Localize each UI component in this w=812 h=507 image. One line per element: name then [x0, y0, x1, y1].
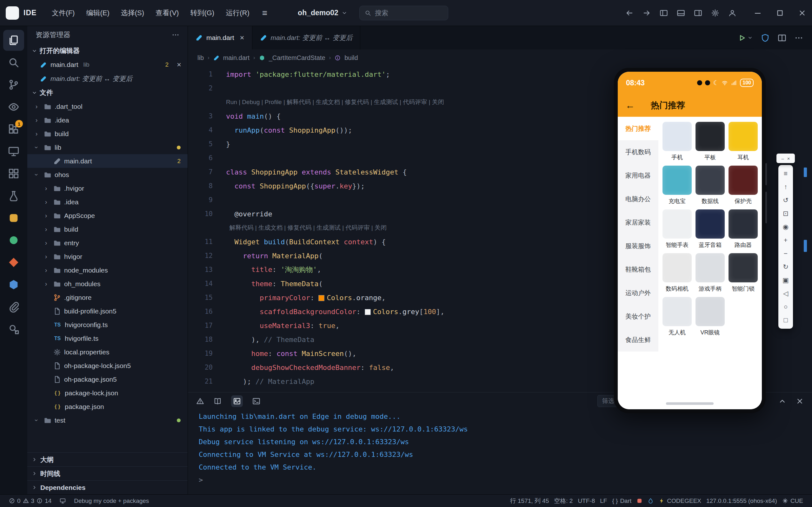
minimize-button[interactable]: [754, 9, 762, 17]
project-selector[interactable]: oh_demo02: [294, 6, 351, 20]
cue-status[interactable]: CUE: [779, 495, 806, 507]
tree-item-build-profile.json5[interactable]: build-profile.json5: [27, 304, 187, 318]
emulator-home-icon[interactable]: ○: [778, 300, 793, 314]
account-icon[interactable]: [728, 9, 737, 17]
tree-item-oh_modules[interactable]: ›oh_modules: [27, 277, 187, 291]
product-card[interactable]: 路由器: [728, 209, 758, 249]
settings-gear-icon[interactable]: [711, 9, 719, 17]
maximize-button[interactable]: [776, 9, 784, 17]
product-card[interactable]: 无人机: [662, 297, 692, 336]
tree-item-build[interactable]: ›build: [27, 127, 187, 140]
close-icon[interactable]: ×: [787, 156, 790, 161]
split-editor-icon[interactable]: [778, 34, 786, 42]
close-window-button[interactable]: [798, 9, 806, 17]
product-card[interactable]: 游戏手柄: [695, 253, 725, 292]
emulator-menu-icon[interactable]: ≡: [778, 167, 793, 180]
encoding[interactable]: UTF-8: [575, 495, 597, 507]
product-card[interactable]: 充电宝: [662, 166, 692, 205]
tree-item-local.properties[interactable]: local.properties: [27, 345, 187, 359]
activity-remote-devices[interactable]: [3, 141, 24, 162]
maximize-panel-icon[interactable]: [778, 397, 786, 405]
category-家居家装[interactable]: 家居家装: [618, 211, 658, 234]
activity-devtools[interactable]: [3, 230, 24, 250]
category-美妆个护[interactable]: 美妆个护: [618, 304, 658, 328]
tree-item-hvigor[interactable]: ›hvigor: [27, 250, 187, 263]
tree-item-oh-package.json5[interactable]: oh-package.json5: [27, 373, 187, 386]
debug-console-icon[interactable]: [231, 395, 243, 407]
product-card[interactable]: 耳机: [728, 122, 758, 161]
close-icon[interactable]: ×: [177, 60, 181, 69]
phone-screen[interactable]: 08:43 ☾ 100 ← 热门推荐 热门推荐手机数码家用电器电脑办公家居家装服…: [618, 72, 762, 409]
menu-item-1[interactable]: 编辑(E): [81, 5, 114, 21]
product-card[interactable]: 蓝牙音箱: [695, 209, 725, 249]
product-card[interactable]: 智能门锁: [728, 253, 758, 292]
tree-item-hvigorfile.ts[interactable]: TShvigorfile.ts: [27, 332, 187, 345]
category-家用电器[interactable]: 家用电器: [618, 164, 658, 187]
eol[interactable]: LF: [597, 495, 609, 507]
product-card[interactable]: 平板: [695, 122, 725, 161]
tab-main-dart[interactable]: main.dart ×: [188, 26, 252, 50]
close-tab-icon[interactable]: ×: [240, 33, 245, 42]
category-手机数码[interactable]: 手机数码: [618, 140, 658, 164]
product-card[interactable]: 保护壳: [728, 166, 758, 205]
toggle-secondary-sidebar-icon[interactable]: [694, 9, 702, 17]
tree-item-package.json[interactable]: { }package.json: [27, 400, 187, 413]
debug-task-status[interactable]: Debug my code + packages: [71, 495, 151, 507]
breadcrumb-item[interactable]: _CartItemCardState: [269, 54, 325, 62]
activity-device-manager[interactable]: [3, 274, 24, 295]
emulator-screenshot-icon[interactable]: ⊡: [778, 207, 793, 220]
activity-hvigor-tool[interactable]: [3, 208, 24, 228]
emulator-rotate-right-icon[interactable]: ↻: [778, 260, 793, 274]
minimize-icon[interactable]: –: [781, 156, 784, 161]
codelens-actions[interactable]: 解释代码 | 生成文档 | 修复代码 | 生成测试 | 代码评审 | 关闭: [213, 224, 387, 232]
tree-item-main.dart[interactable]: main.dart2: [27, 154, 187, 168]
tree-item-.idea[interactable]: ›.idea: [27, 195, 187, 209]
open-editor-item[interactable]: main.dartlib2×: [27, 58, 187, 72]
codelens-actions[interactable]: Run | Debug | Profile | 解释代码 | 生成文档 | 修复…: [213, 98, 444, 106]
tab-diff-main-dart[interactable]: main.dart: 变更前 ↔ 变更后: [252, 26, 361, 50]
nav-back-icon[interactable]: [625, 9, 634, 17]
menu-item-4[interactable]: 转到(G): [185, 5, 219, 21]
menu-item-2[interactable]: 选择(S): [116, 5, 149, 21]
activity-extensions[interactable]: 1: [3, 119, 24, 139]
content-scrollbar[interactable]: [666, 402, 714, 405]
cursor-position[interactable]: 行 1571, 列 45: [507, 495, 552, 507]
activity-source-control[interactable]: [3, 74, 24, 95]
plugin-a-status[interactable]: [634, 495, 645, 507]
toggle-panel-icon[interactable]: [677, 9, 685, 17]
tree-item-AppScope[interactable]: ›AppScope: [27, 209, 187, 222]
plugin-b-status[interactable]: [645, 495, 656, 507]
menu-item-0[interactable]: 文件(F): [47, 5, 80, 21]
tree-item-.idea[interactable]: ›.idea: [27, 113, 187, 127]
cast-status[interactable]: [57, 495, 68, 507]
device-status[interactable]: 127.0.0.1:5555 (ohos-x64): [704, 495, 779, 507]
activity-explorer[interactable]: [3, 30, 24, 51]
emulator-recents-icon[interactable]: □: [778, 314, 793, 327]
problems-status[interactable]: 0 3 14: [6, 495, 54, 507]
hamburger-menu[interactable]: ≡: [257, 8, 273, 18]
category-电脑办公[interactable]: 电脑办公: [618, 187, 658, 211]
codegeex-status[interactable]: CODEGEEX: [656, 495, 704, 507]
emulator-zoom-out-icon[interactable]: −: [778, 247, 793, 260]
category-服装服饰[interactable]: 服装服饰: [618, 234, 658, 258]
tree-item-ohos[interactable]: ›ohos: [27, 168, 187, 181]
section-1[interactable]: 时间线: [27, 466, 187, 481]
activity-preview[interactable]: [3, 97, 24, 117]
tree-item-build[interactable]: ›build: [27, 222, 187, 236]
category-食品生鲜[interactable]: 食品生鲜: [618, 328, 658, 351]
open-editor-item[interactable]: main.dart: 变更前 ↔ 变更后: [27, 72, 187, 86]
tree-item-oh-package-lock.json5[interactable]: oh-package-lock.json5: [27, 359, 187, 373]
more-actions-icon[interactable]: [172, 31, 179, 39]
indentation[interactable]: 空格: 2: [551, 495, 575, 507]
search-input[interactable]: [375, 9, 432, 17]
breadcrumb-item[interactable]: build: [344, 54, 358, 62]
problems-icon[interactable]: [196, 397, 204, 405]
activity-profiler[interactable]: [3, 252, 24, 273]
emulator-rotate-left-icon[interactable]: ↺: [778, 193, 793, 207]
emulator-to-top-icon[interactable]: ↑: [778, 180, 793, 193]
scrollbar-mark[interactable]: [804, 168, 807, 177]
tree-item-node_modules[interactable]: ›node_modules: [27, 263, 187, 277]
language-mode[interactable]: { } Dart: [609, 495, 634, 507]
debug-console[interactable]: Launching lib\main.dart on Edge in debug…: [188, 410, 812, 494]
section-2[interactable]: Dependencies: [27, 481, 187, 494]
